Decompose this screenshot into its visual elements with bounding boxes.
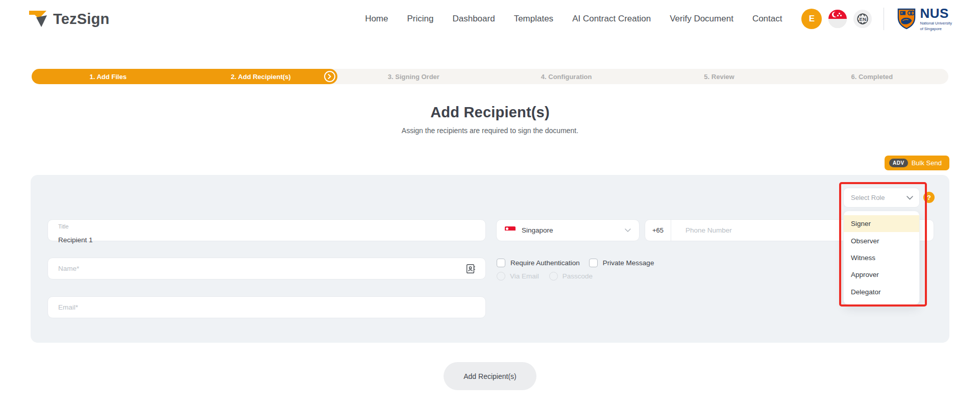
passcode-radio[interactable]: Passcode (549, 272, 593, 280)
flag-star (840, 15, 842, 16)
country-select-value: Singapore (522, 226, 553, 234)
page-title: Add Recipient(s) (0, 104, 980, 121)
via-email-label: Via Email (510, 272, 539, 280)
dial-code: +65 (645, 226, 671, 234)
title-field[interactable]: Title (47, 219, 486, 241)
singapore-flag-icon[interactable] (828, 10, 847, 28)
flag-white-band (828, 19, 847, 28)
tezsign-logo-icon (28, 10, 48, 28)
main-nav: Home Pricing Dashboard Templates AI Cont… (365, 14, 782, 24)
nav-item-ai-contract-creation[interactable]: AI Contract Creation (572, 14, 651, 24)
bulk-send-label: Bulk Send (912, 159, 942, 167)
authentication-method-options: Via Email Passcode (497, 272, 593, 280)
authentication-options: Require Authentication Private Message (497, 259, 654, 267)
nav-item-dashboard[interactable]: Dashboard (452, 14, 495, 24)
private-message-checkbox[interactable]: Private Message (589, 259, 654, 267)
role-option-approver[interactable]: Approver (844, 266, 919, 283)
chevron-down-icon (906, 196, 913, 200)
title-block: Add Recipient(s) Assign the recipients a… (0, 104, 980, 135)
add-recipient-button[interactable]: Add Recipient(s) (444, 362, 536, 390)
nav-item-templates[interactable]: Templates (514, 14, 553, 24)
checkbox-icon[interactable] (589, 259, 598, 267)
step-add-files[interactable]: 1. Add Files (32, 69, 184, 84)
nav-item-verify-document[interactable]: Verify Document (670, 14, 733, 24)
nav-item-home[interactable]: Home (365, 14, 388, 24)
role-select-placeholder: Select Role (851, 194, 885, 201)
user-avatar[interactable]: E (801, 9, 822, 29)
chevron-right-icon (324, 71, 335, 82)
nus-wordmark: NUS (920, 7, 952, 20)
flag-star (837, 15, 839, 16)
recipient-card: Select Role ? Title Singapore +65 (31, 175, 949, 343)
help-icon[interactable]: ? (923, 192, 935, 203)
contact-card-icon[interactable] (465, 263, 476, 274)
step-review[interactable]: 5. Review (643, 69, 795, 84)
nav-item-contact[interactable]: Contact (752, 14, 782, 24)
role-option-signer[interactable]: Signer (844, 215, 919, 232)
language-globe-icon[interactable]: EN (853, 10, 872, 28)
country-select[interactable]: Singapore (496, 219, 640, 241)
page-subtitle: Assign the recipients are required to si… (0, 126, 980, 135)
passcode-label: Passcode (562, 272, 593, 280)
header-icons: E EN (801, 7, 952, 32)
title-input[interactable] (58, 230, 496, 250)
radio-icon[interactable] (549, 272, 558, 280)
chevron-down-icon (625, 228, 631, 233)
nus-subtitle-line1: National University (920, 21, 952, 26)
email-input[interactable] (58, 297, 475, 318)
name-input[interactable] (58, 258, 456, 279)
step-signing-order[interactable]: 3. Signing Order (337, 69, 490, 84)
bulk-send-button[interactable]: ADV Bulk Send (885, 156, 949, 170)
step-completed[interactable]: 6. Completed (796, 69, 948, 84)
brand-name: TezSign (53, 11, 109, 28)
require-authentication-label: Require Authentication (510, 259, 580, 267)
step-add-recipients[interactable]: 2. Add Recipient(s) (184, 69, 337, 84)
header: TezSign Home Pricing Dashboard Templates… (0, 0, 980, 38)
role-option-witness[interactable]: Witness (844, 249, 919, 266)
nus-logo: NUS National University of Singapore (897, 7, 952, 32)
checkbox-icon[interactable] (497, 259, 505, 267)
wizard-stepper: 1. Add Files 2. Add Recipient(s) 3. Sign… (32, 69, 948, 84)
role-option-observer[interactable]: Observer (844, 232, 919, 249)
nus-shield-icon (897, 8, 916, 30)
radio-icon[interactable] (497, 272, 505, 280)
flag-star (839, 13, 840, 14)
page: TezSign Home Pricing Dashboard Templates… (0, 0, 980, 408)
stepper-track: 1. Add Files 2. Add Recipient(s) 3. Sign… (32, 69, 948, 84)
require-authentication-checkbox[interactable]: Require Authentication (497, 259, 580, 267)
private-message-label: Private Message (603, 259, 654, 267)
nav-item-pricing[interactable]: Pricing (407, 14, 434, 24)
singapore-flag-icon (505, 226, 516, 234)
email-field[interactable] (47, 296, 486, 318)
title-field-label: Title (58, 223, 68, 230)
header-divider (884, 8, 884, 30)
step-configuration[interactable]: 4. Configuration (490, 69, 643, 84)
nus-subtitle-line2: of Singapore (920, 27, 952, 31)
name-field[interactable] (47, 258, 486, 279)
role-dropdown-menu: Signer Observer Witness Approver Delegat… (843, 211, 920, 305)
role-select[interactable]: Select Role (843, 188, 920, 208)
brand-logo[interactable]: TezSign (28, 10, 109, 28)
via-email-radio[interactable]: Via Email (497, 272, 539, 280)
adv-badge: ADV (889, 159, 908, 167)
role-option-delegator[interactable]: Delegator (844, 284, 919, 300)
language-code: EN (859, 16, 867, 22)
